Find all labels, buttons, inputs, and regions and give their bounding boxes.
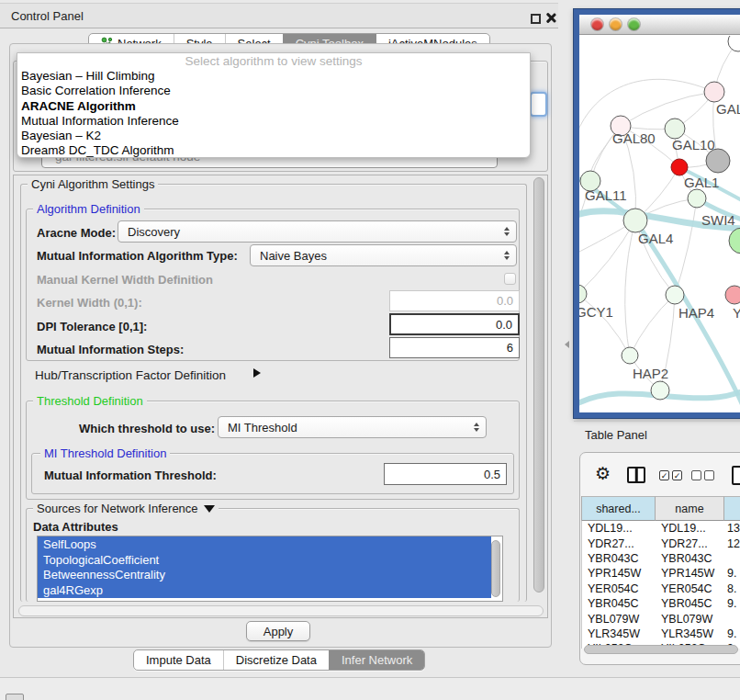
algorithm-combobox-fragment[interactable] bbox=[530, 92, 547, 117]
close-icon[interactable] bbox=[544, 12, 556, 24]
aracne-mode-value: Discovery bbox=[128, 225, 180, 239]
dropdown-prompt: Select algorithm to view settings bbox=[17, 54, 530, 69]
stepper-arrows-icon bbox=[474, 423, 479, 432]
expand-arrow-icon[interactable] bbox=[253, 368, 261, 378]
dropdown-item-dream8-dc-tdc-algorithm[interactable]: Dream8 DC_TDC Algorithm bbox=[17, 143, 530, 158]
table-row[interactable]: YDL19...YDL19...13 bbox=[582, 521, 740, 536]
column-header-name[interactable]: name bbox=[656, 496, 724, 521]
attribute-item-topologicalcoefficient[interactable]: TopologicalCoefficient bbox=[38, 552, 491, 568]
node-node-top[interactable] bbox=[728, 36, 740, 51]
mi-steps-field[interactable]: 6 bbox=[389, 337, 520, 358]
table-cell: YBR045C bbox=[656, 596, 724, 611]
table-cell: 9. bbox=[724, 596, 740, 611]
table-cell: 9. bbox=[724, 566, 740, 581]
select-all-columns-icon[interactable]: ✓ ✓ bbox=[659, 470, 682, 480]
cyni-mode-tabs: Impute DataDiscretize DataInfer Network bbox=[133, 649, 425, 671]
node-gal10[interactable] bbox=[665, 119, 685, 139]
mi-threshold-label: Mutual Information Threshold: bbox=[44, 469, 217, 482]
node-gal1[interactable] bbox=[671, 159, 688, 175]
node-gal4[interactable] bbox=[623, 209, 647, 232]
edge[interactable] bbox=[625, 220, 635, 356]
node-hap4[interactable] bbox=[666, 286, 684, 304]
network-graph[interactable]: GALGAL80GAL10GAL1GAL11SWI4GAL4GCY1HAP4YH… bbox=[579, 36, 740, 412]
node-label-swi4: SWI4 bbox=[701, 212, 735, 228]
kernel-width-field[interactable]: 0.0 bbox=[389, 290, 520, 311]
column-header-shared[interactable]: shared... bbox=[582, 496, 656, 521]
table-cell: YBR045C bbox=[582, 596, 656, 611]
attribute-items: SelfLoopsTopologicalCoefficientBetweenne… bbox=[38, 536, 502, 598]
dpi-tolerance-field[interactable]: 0.0 bbox=[389, 313, 520, 335]
tab-label: Impute Data bbox=[146, 653, 211, 667]
close-traffic-light[interactable] bbox=[591, 18, 603, 30]
horizontal-scrollbar[interactable] bbox=[18, 605, 544, 616]
tab-discretize-data[interactable]: Discretize Data bbox=[223, 650, 329, 670]
table-cell: 13 bbox=[724, 521, 740, 536]
minimize-traffic-light[interactable] bbox=[610, 18, 622, 30]
network-canvas[interactable]: GALGAL80GAL10GAL1GAL11SWI4GAL4GCY1HAP4YH… bbox=[579, 36, 740, 412]
node-swi4[interactable] bbox=[688, 189, 706, 208]
float-window-icon[interactable] bbox=[531, 14, 541, 24]
table-row[interactable]: YLR345WYLR345W9. bbox=[582, 627, 740, 641]
node-green-right[interactable] bbox=[729, 228, 740, 254]
table-cell: 9. bbox=[724, 627, 740, 641]
gear-icon[interactable]: ⚙ bbox=[595, 465, 611, 482]
table-row[interactable]: YER054CYER054C8. bbox=[582, 581, 740, 596]
attribute-item-selfloops[interactable]: SelfLoops bbox=[38, 536, 491, 552]
dropdown-item-mutual-information-inference[interactable]: Mutual Information Inference bbox=[17, 114, 530, 129]
table-row[interactable]: YBR043CYBR043C bbox=[582, 551, 740, 566]
zoom-traffic-light[interactable] bbox=[628, 18, 640, 30]
node-label-y: Y bbox=[733, 305, 740, 321]
splitpane-arrow-icon[interactable] bbox=[565, 341, 569, 348]
attribute-item-gal4rgexp[interactable]: gal4RGexp bbox=[38, 582, 491, 598]
dropdown-item-bayesian-hill-climbing[interactable]: Bayesian – Hill Climbing bbox=[17, 69, 530, 84]
table-cell: YDL19... bbox=[656, 521, 724, 536]
table-row[interactable]: YBL079WYBL079W bbox=[582, 611, 740, 626]
node-label-gcy1: GCY1 bbox=[579, 304, 613, 320]
manual-kernel-checkbox[interactable] bbox=[504, 273, 516, 285]
table-cell: YPR145W bbox=[582, 566, 656, 581]
sources-group-title: Sources for Network Inference bbox=[37, 502, 198, 515]
dropdown-item-bayesian-k2[interactable]: Bayesian – K2 bbox=[17, 129, 530, 143]
unchecked-box-icon bbox=[691, 470, 701, 480]
new-table-icon[interactable] bbox=[732, 466, 740, 485]
sources-group-title-row[interactable]: Sources for Network Inference bbox=[33, 502, 219, 515]
tab-impute-data[interactable]: Impute Data bbox=[134, 650, 223, 670]
attribute-item-betweennesscentrality[interactable]: BetweennessCentrality bbox=[38, 568, 491, 583]
table-horizontal-scrollbar[interactable] bbox=[584, 645, 738, 654]
edge[interactable] bbox=[630, 295, 675, 356]
node-gray-node[interactable] bbox=[706, 149, 730, 173]
split-columns-icon[interactable] bbox=[627, 467, 645, 483]
collapse-arrow-icon[interactable] bbox=[204, 505, 215, 513]
dropdown-item-basic-correlation-inference[interactable]: Basic Correlation Inference bbox=[17, 84, 530, 98]
threshold-definition-title: Threshold Definition bbox=[33, 394, 147, 408]
collapsed-panel-button[interactable] bbox=[6, 694, 24, 700]
table-row[interactable]: YDR27...YDR27...12 bbox=[582, 536, 740, 550]
data-attributes-label: Data Attributes bbox=[33, 520, 118, 534]
table-cell: YDL19... bbox=[582, 521, 656, 536]
node-node-bottom[interactable] bbox=[651, 381, 669, 400]
column-header-a[interactable]: A bbox=[724, 496, 740, 521]
node-y[interactable] bbox=[725, 286, 740, 304]
vertical-scrollbar[interactable] bbox=[533, 177, 544, 593]
deselect-all-columns-icon[interactable] bbox=[691, 470, 714, 480]
node-gal[interactable] bbox=[704, 82, 724, 102]
mi-type-combobox[interactable]: Naive Bayes bbox=[250, 244, 517, 266]
which-threshold-combobox[interactable]: MI Threshold bbox=[218, 416, 487, 438]
edge[interactable] bbox=[675, 198, 697, 295]
table-row[interactable]: YPR145WYPR145W9. bbox=[582, 566, 740, 581]
bottom-strip bbox=[0, 678, 740, 700]
mi-threshold-field[interactable]: 0.5 bbox=[384, 463, 507, 485]
aracne-mode-combobox[interactable]: Discovery bbox=[118, 220, 517, 243]
network-window-titlebar[interactable] bbox=[579, 15, 740, 35]
table-row[interactable]: YBR045CYBR045C9. bbox=[582, 596, 740, 611]
apply-button[interactable]: Apply bbox=[246, 621, 310, 641]
hub-definition-label[interactable]: Hub/Transcription Factor Definition bbox=[35, 368, 226, 382]
tab-infer-network[interactable]: Infer Network bbox=[329, 650, 424, 670]
node-hap2[interactable] bbox=[622, 347, 638, 364]
apply-button-label: Apply bbox=[263, 625, 294, 638]
edge[interactable] bbox=[579, 220, 635, 294]
list-scrollbar[interactable] bbox=[491, 540, 500, 597]
table-cell: YBR043C bbox=[656, 551, 724, 566]
dropdown-item-aracne-algorithm[interactable]: ARACNE Algorithm bbox=[17, 99, 530, 114]
mi-steps-value: 6 bbox=[507, 341, 513, 355]
